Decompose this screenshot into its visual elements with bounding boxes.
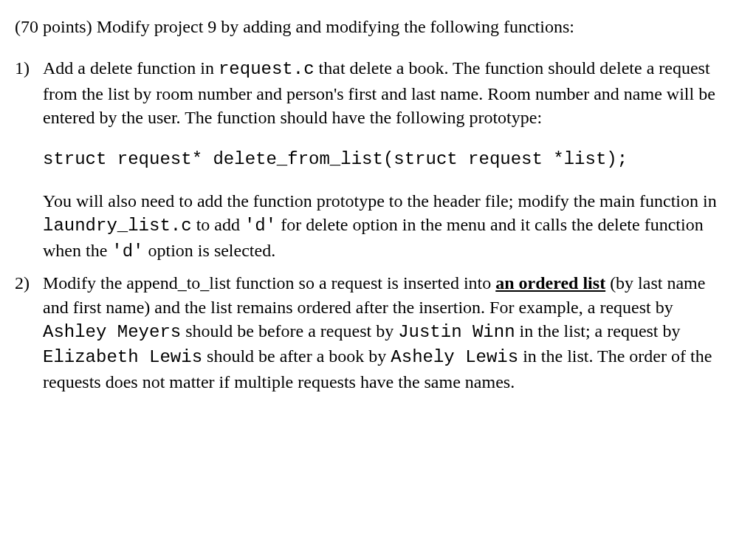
item-content-1: Add a delete function in request.c that …	[43, 56, 734, 264]
item1-p2-text-c: to add	[192, 215, 244, 234]
code-d-option-2: 'd'	[111, 242, 143, 261]
item1-para2: You will also need to add the function p…	[43, 189, 734, 264]
item2-text-g: in the list; a request by	[515, 321, 681, 341]
item1-p1-text-a: Add a delete function in	[43, 58, 219, 78]
code-ashely-lewis: Ashely Lewis	[391, 347, 518, 367]
item1-para1: Add a delete function in request.c that …	[43, 56, 734, 129]
item2-text-i: should be after a book by	[202, 346, 391, 366]
code-request-c: request.c	[219, 59, 315, 79]
text-ordered-list: an ordered list	[495, 273, 605, 293]
code-prototype: struct request* delete_from_list(struct …	[43, 148, 734, 171]
list-item-2: 2) Modify the append_to_list function so…	[15, 271, 734, 394]
item2-para: Modify the append_to_list function so a …	[43, 271, 734, 394]
code-elizabeth-lewis: Elizabeth Lewis	[43, 347, 202, 367]
item2-text-a: Modify the append_to_list function so a …	[43, 273, 495, 293]
code-laundry-list-c: laundry_list.c	[43, 216, 192, 236]
code-justin-winn: Justin Winn	[398, 322, 515, 342]
list-item-1: 1) Add a delete function in request.c th…	[15, 56, 734, 264]
code-ashley-meyers: Ashley Meyers	[43, 322, 181, 342]
item1-p2-text-a: You will also need to add the function p…	[43, 191, 717, 211]
intro-paragraph: (70 points) Modify project 9 by adding a…	[15, 15, 734, 38]
item-number-2: 2)	[15, 271, 43, 394]
item2-text-e: should be before a request by	[181, 321, 398, 341]
item-content-2: Modify the append_to_list function so a …	[43, 271, 734, 394]
item1-p2-text-g: option is selected.	[144, 241, 276, 260]
code-d-option-1: 'd'	[244, 216, 276, 236]
item-number-1: 1)	[15, 56, 43, 264]
